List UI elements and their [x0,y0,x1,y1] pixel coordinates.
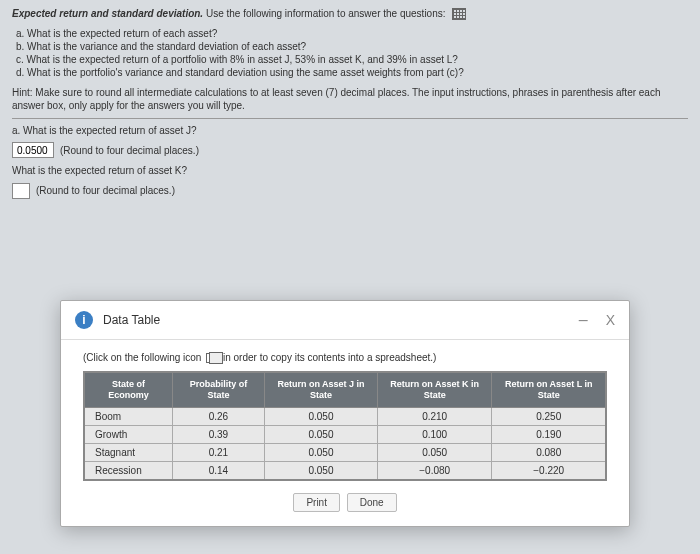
question-c: c. What is the expected return of a port… [16,54,688,65]
problem-title-row: Expected return and standard deviation. … [12,8,688,20]
answer-row-1: (Round to four decimal places.) [12,142,688,158]
cell: 0.050 [265,461,378,480]
table-body: Boom 0.26 0.050 0.210 0.250 Growth 0.39 … [84,407,606,480]
close-icon[interactable]: X [606,312,615,328]
question-b: b. What is the variance and the standard… [16,41,688,52]
data-table-icon[interactable] [452,8,466,20]
divider [12,118,688,119]
cell: −0.080 [377,461,491,480]
th-j: Return on Asset J in State [265,372,378,407]
th-k: Return on Asset K in State [377,372,491,407]
table-header-row: State of Economy Probability of State Re… [84,372,606,407]
cell: Stagnant [84,443,172,461]
modal-header: i Data Table – X [61,301,629,340]
cell: 0.14 [172,461,264,480]
cell: 0.080 [492,443,606,461]
cell: 0.050 [265,443,378,461]
table-row: Boom 0.26 0.050 0.210 0.250 [84,407,606,425]
table-row: Growth 0.39 0.050 0.100 0.190 [84,425,606,443]
modal-title: Data Table [103,313,579,327]
title-bold: Expected return and standard deviation. [12,8,203,19]
cell: Boom [84,407,172,425]
modal-hint: (Click on the following icon in order to… [83,352,607,363]
qa-q1: a. What is the expected return of asset … [12,125,688,136]
cell: 0.21 [172,443,264,461]
data-table: State of Economy Probability of State Re… [83,371,607,481]
answer-input-k[interactable] [12,183,30,199]
round-text-1: (Round to four decimal places.) [60,145,199,156]
cell: 0.250 [492,407,606,425]
title-rest: Use the following information to answer … [206,8,446,19]
question-d: d. What is the portfolio's variance and … [16,67,688,78]
data-table-modal: i Data Table – X (Click on the following… [60,300,630,527]
table-row: Stagnant 0.21 0.050 0.050 0.080 [84,443,606,461]
th-prob: Probability of State [172,372,264,407]
minimize-icon[interactable]: – [579,315,588,325]
question-list: a. What is the expected return of each a… [12,28,688,78]
modal-hint-post: in order to copy its contents into a spr… [220,352,436,363]
copy-icon[interactable] [206,353,218,363]
answer-input-j[interactable] [12,142,54,158]
table-row: Recession 0.14 0.050 −0.080 −0.220 [84,461,606,480]
cell: 0.210 [377,407,491,425]
cell: Recession [84,461,172,480]
cell: Growth [84,425,172,443]
th-state: State of Economy [84,372,172,407]
cell: 0.050 [265,425,378,443]
cell: 0.100 [377,425,491,443]
answer-row-2: (Round to four decimal places.) [12,183,688,199]
info-icon: i [75,311,93,329]
th-l: Return on Asset L in State [492,372,606,407]
cell: 0.26 [172,407,264,425]
print-button[interactable]: Print [293,493,340,512]
modal-footer: Print Done [83,493,607,512]
cell: 0.050 [265,407,378,425]
cell: 0.39 [172,425,264,443]
round-text-2: (Round to four decimal places.) [36,185,175,196]
cell: 0.050 [377,443,491,461]
cell: 0.190 [492,425,606,443]
modal-hint-pre: (Click on the following icon [83,352,204,363]
cell: −0.220 [492,461,606,480]
question-a: a. What is the expected return of each a… [16,28,688,39]
problem-content: Expected return and standard deviation. … [0,0,700,211]
hint-text: Hint: Make sure to round all intermediat… [12,86,688,112]
qa-q2: What is the expected return of asset K? [12,164,688,176]
modal-body: (Click on the following icon in order to… [61,340,629,526]
done-button[interactable]: Done [347,493,397,512]
qa-q2-text: What is the expected return of asset K? [12,166,187,177]
